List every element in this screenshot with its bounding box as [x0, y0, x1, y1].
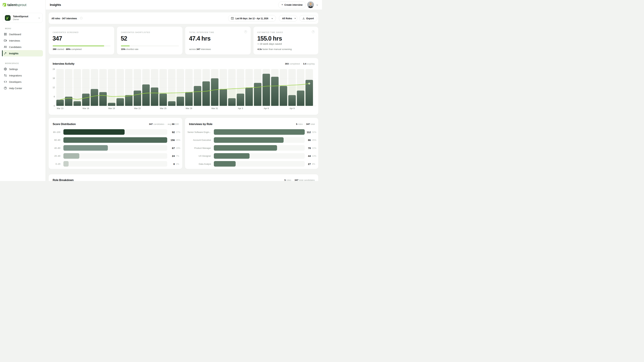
svg-text:Mar 28: Mar 28 — [186, 107, 192, 110]
svg-text:Mar 19: Mar 19 — [108, 107, 115, 110]
svg-text:12: 12 — [53, 86, 55, 89]
svg-text:24: 24 — [53, 68, 55, 70]
svg-text:Mar 31: Mar 31 — [212, 107, 218, 110]
svg-text:Apr 6: Apr 6 — [264, 107, 269, 110]
svg-text:Apr 3: Apr 3 — [238, 107, 243, 110]
svg-text:Mar 25: Mar 25 — [160, 107, 166, 110]
svg-text:17: 17 — [232, 18, 233, 19]
svg-text:6: 6 — [54, 95, 55, 98]
svg-text:Mar 13: Mar 13 — [57, 107, 64, 110]
svg-text:18: 18 — [53, 77, 55, 79]
svg-text:Mar 16: Mar 16 — [82, 107, 89, 110]
svg-text:0: 0 — [54, 105, 55, 107]
svg-text:Mar 22: Mar 22 — [134, 107, 141, 110]
svg-text:Apr 9: Apr 9 — [290, 107, 294, 110]
